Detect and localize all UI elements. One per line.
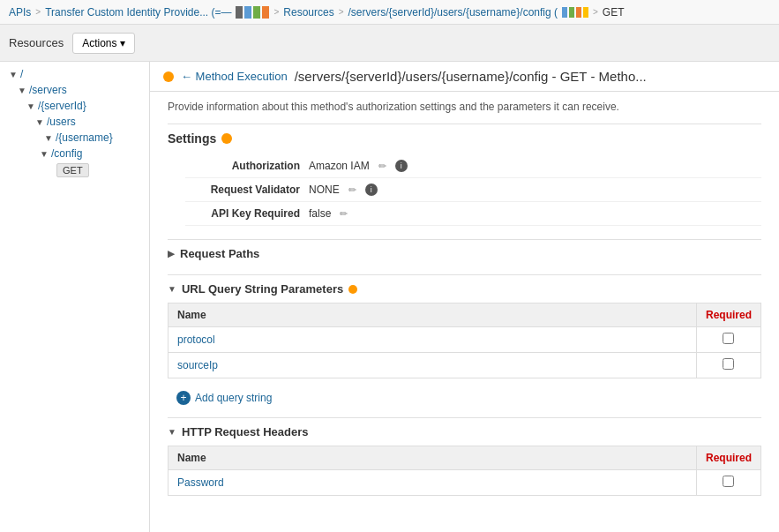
http-headers-row-1-required bbox=[696, 470, 760, 496]
tree-label-serverid: /{serverId} bbox=[38, 100, 86, 112]
content-body: Provide information about this method's … bbox=[150, 92, 779, 512]
auth-value: Amazon IAM bbox=[309, 160, 370, 172]
sidebar-item-users[interactable]: ▼ /users bbox=[0, 114, 149, 130]
url-query-header[interactable]: ▼ URL Query String Parameters bbox=[168, 274, 761, 303]
breadcrumb-apis[interactable]: APIs bbox=[9, 6, 31, 19]
breadcrumb-sep-1: > bbox=[35, 7, 41, 17]
tree-label-root: / bbox=[20, 68, 23, 80]
add-query-icon: + bbox=[176, 391, 191, 405]
breadcrumb-api-name[interactable]: Transfer Custom Identity Provide... (=— bbox=[45, 6, 231, 19]
method-execution-link[interactable]: ← Method Execution bbox=[181, 70, 288, 83]
url-query-title: URL Query String Parameters bbox=[182, 282, 343, 296]
settings-section-header: Settings bbox=[168, 124, 761, 146]
settings-title: Settings bbox=[168, 131, 216, 146]
arrow-config: ▼ bbox=[40, 149, 49, 159]
breadcrumb-sep-2: > bbox=[273, 7, 279, 17]
sidebar-item-config[interactable]: ▼ /config bbox=[0, 146, 149, 161]
url-query-row-1-name: protocol bbox=[169, 327, 697, 353]
url-query-section: ▼ URL Query String Parameters Name Requi… bbox=[168, 274, 761, 410]
settings-row-validator: Request Validator NONE ✏ i bbox=[185, 178, 761, 202]
add-query-label: Add query string bbox=[195, 392, 272, 404]
arrow-serverid: ▼ bbox=[26, 101, 35, 111]
breadcrumb-get: GET bbox=[603, 6, 625, 19]
url-query-arrow: ▼ bbox=[168, 284, 176, 294]
url-query-row-1-checkbox[interactable] bbox=[723, 333, 734, 344]
request-paths-section: ▶ Request Paths bbox=[168, 239, 761, 267]
table-row: Password bbox=[169, 470, 761, 496]
url-query-row-2-link[interactable]: sourceIp bbox=[177, 359, 218, 371]
sidebar-item-username[interactable]: ▼ /{username} bbox=[0, 130, 149, 146]
url-query-row-1-required bbox=[696, 327, 760, 353]
sidebar-item-get[interactable]: GET bbox=[0, 161, 149, 179]
get-badge: GET bbox=[56, 163, 89, 177]
arrow-username: ▼ bbox=[44, 133, 53, 143]
request-paths-arrow: ▶ bbox=[168, 249, 175, 259]
table-row: protocol bbox=[169, 327, 761, 353]
settings-dot bbox=[221, 133, 232, 144]
http-headers-col-name: Name bbox=[169, 446, 697, 470]
http-headers-arrow: ▼ bbox=[168, 427, 176, 437]
request-paths-title: Request Paths bbox=[180, 247, 259, 260]
method-exec-title: /servers/{serverId}/users/{username}/con… bbox=[295, 69, 647, 84]
validator-value: NONE bbox=[309, 184, 340, 196]
http-headers-row-1-name: Password bbox=[169, 470, 697, 496]
url-query-col-required: Required bbox=[696, 303, 760, 327]
http-headers-col-required: Required bbox=[696, 446, 760, 470]
http-headers-table: Name Required Password bbox=[168, 446, 761, 496]
add-query-string-row[interactable]: + Add query string bbox=[168, 386, 761, 410]
validator-edit-icon[interactable]: ✏ bbox=[348, 184, 356, 196]
url-query-row-1-link[interactable]: protocol bbox=[177, 333, 215, 346]
apikey-edit-icon[interactable]: ✏ bbox=[340, 208, 348, 220]
toolbar: Resources Actions ▾ bbox=[0, 25, 779, 62]
tree-label-users: /users bbox=[47, 116, 76, 128]
table-row: sourceIp bbox=[169, 353, 761, 378]
breadcrumb-bar: APIs > Transfer Custom Identity Provide.… bbox=[0, 0, 779, 25]
auth-edit-icon[interactable]: ✏ bbox=[378, 161, 386, 172]
breadcrumb-sep-4: > bbox=[593, 7, 598, 17]
breadcrumb-resources[interactable]: Resources bbox=[283, 6, 333, 19]
http-headers-title: HTTP Request Headers bbox=[182, 425, 309, 438]
tree-label-config: /config bbox=[51, 147, 82, 160]
http-headers-row-1-link[interactable]: Password bbox=[177, 476, 224, 489]
url-query-dot bbox=[348, 285, 357, 294]
request-paths-header[interactable]: ▶ Request Paths bbox=[168, 239, 761, 267]
url-query-row-2-checkbox[interactable] bbox=[723, 358, 734, 370]
arrow-servers: ▼ bbox=[18, 86, 26, 95]
http-headers-section: ▼ HTTP Request Headers Name Required Pas… bbox=[168, 417, 761, 496]
tree-label-servers: /servers bbox=[29, 84, 67, 96]
sidebar-item-root[interactable]: ▼ / bbox=[0, 66, 149, 82]
arrow-root: ▼ bbox=[9, 70, 18, 79]
sidebar: ▼ / ▼ /servers ▼ /{serverId} ▼ /users ▼ … bbox=[0, 62, 150, 532]
method-exec-bar: ← Method Execution /servers/{serverId}/u… bbox=[150, 62, 779, 92]
sidebar-item-servers[interactable]: ▼ /servers bbox=[0, 82, 149, 98]
resources-label: Resources bbox=[9, 36, 64, 49]
http-headers-header[interactable]: ▼ HTTP Request Headers bbox=[168, 417, 761, 446]
breadcrumb-color-boxes-2 bbox=[562, 7, 588, 18]
validator-info-icon[interactable]: i bbox=[365, 184, 378, 196]
tree-label-username: /{username} bbox=[56, 131, 113, 144]
validator-label: Request Validator bbox=[185, 184, 300, 196]
url-query-col-name: Name bbox=[169, 303, 697, 327]
url-query-table: Name Required protocol sourceIp bbox=[168, 303, 761, 378]
description-text: Provide information about this method's … bbox=[168, 101, 761, 113]
orange-dot bbox=[163, 71, 174, 82]
main-layout: ▼ / ▼ /servers ▼ /{serverId} ▼ /users ▼ … bbox=[0, 62, 779, 532]
sidebar-item-serverid[interactable]: ▼ /{serverId} bbox=[0, 98, 149, 114]
arrow-users: ▼ bbox=[35, 117, 44, 127]
settings-row-authorization: Authorization Amazon IAM ✏ i bbox=[185, 154, 761, 178]
apikey-value: false bbox=[309, 207, 331, 220]
url-query-row-2-name: sourceIp bbox=[169, 353, 697, 378]
breadcrumb-color-boxes bbox=[236, 6, 269, 19]
breadcrumb-sep-3: > bbox=[339, 7, 344, 17]
apikey-label: API Key Required bbox=[185, 207, 300, 220]
actions-button[interactable]: Actions ▾ bbox=[72, 33, 135, 54]
auth-label: Authorization bbox=[185, 160, 300, 172]
breadcrumb-path[interactable]: /servers/{serverId}/users/{username}/con… bbox=[348, 6, 558, 19]
content-area: ← Method Execution /servers/{serverId}/u… bbox=[150, 62, 779, 532]
http-headers-row-1-checkbox[interactable] bbox=[723, 476, 734, 487]
settings-row-apikey: API Key Required false ✏ bbox=[185, 202, 761, 226]
settings-table: Authorization Amazon IAM ✏ i Request Val… bbox=[185, 154, 761, 226]
auth-info-icon[interactable]: i bbox=[395, 160, 408, 172]
url-query-row-2-required bbox=[696, 353, 760, 378]
